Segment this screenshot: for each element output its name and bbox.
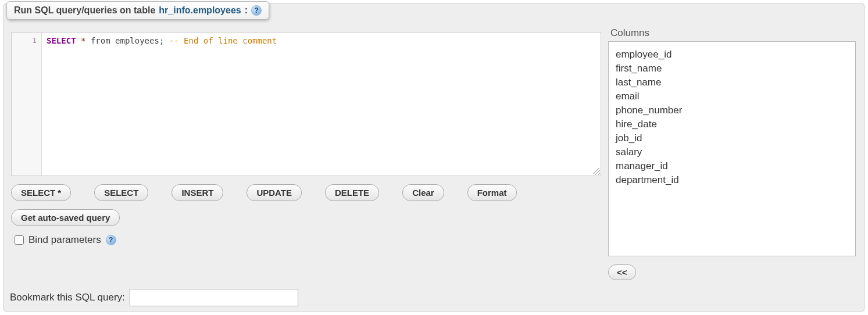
column-item[interactable]: department_id	[616, 173, 848, 187]
editor-body[interactable]: SELECT * from employees; -- End of line …	[42, 33, 601, 176]
resize-handle-icon[interactable]	[593, 168, 600, 175]
collapse-columns-button[interactable]: <<	[608, 264, 636, 280]
help-icon[interactable]: ?	[106, 235, 116, 245]
bind-parameters-checkbox[interactable]	[15, 235, 24, 245]
content: 1 SELECT * from employees; -- End of lin…	[4, 4, 864, 288]
help-icon[interactable]: ?	[251, 5, 262, 16]
update-button[interactable]: UPDATE	[247, 184, 302, 201]
column-item[interactable]: salary	[616, 145, 848, 159]
bind-parameters-row[interactable]: Bind parameters ?	[11, 234, 601, 246]
line-number: 1	[12, 36, 37, 45]
select-button[interactable]: SELECT	[94, 184, 148, 201]
column-item[interactable]: job_id	[616, 131, 848, 145]
panel-header: Run SQL query/queries on table hr_info.e…	[6, 1, 269, 20]
get-autosaved-button[interactable]: Get auto-saved query	[11, 209, 120, 226]
bookmark-label: Bookmark this SQL query:	[10, 292, 125, 303]
columns-pane: Columns employee_idfirst_namelast_nameem…	[608, 25, 864, 288]
insert-button[interactable]: INSERT	[172, 184, 223, 201]
header-table-ref[interactable]: hr_info.employees	[159, 5, 241, 16]
column-item[interactable]: hire_date	[616, 117, 848, 131]
token-keyword: SELECT	[47, 36, 76, 45]
autosave-row: Get auto-saved query	[11, 209, 601, 226]
column-item[interactable]: manager_id	[616, 159, 848, 173]
token-word: from	[91, 36, 110, 45]
sql-editor[interactable]: 1 SELECT * from employees; -- End of lin…	[11, 32, 601, 176]
clear-button[interactable]: Clear	[402, 184, 444, 201]
header-suffix: :	[245, 5, 248, 16]
left-pane: 1 SELECT * from employees; -- End of lin…	[4, 25, 608, 288]
select-star-button[interactable]: SELECT *	[11, 184, 71, 201]
column-item[interactable]: employee_id	[616, 48, 848, 62]
token-operator: *	[81, 36, 85, 45]
query-buttons-row: SELECT * SELECT INSERT UPDATE DELETE Cle…	[11, 184, 601, 201]
token-identifier: employees;	[115, 36, 164, 45]
column-item[interactable]: phone_number	[616, 103, 848, 117]
bind-parameters-label: Bind parameters	[28, 234, 101, 246]
column-item[interactable]: last_name	[616, 76, 848, 90]
bookmark-row: Bookmark this SQL query:	[10, 289, 298, 306]
editor-gutter: 1	[12, 33, 42, 176]
format-button[interactable]: Format	[467, 184, 517, 201]
column-item[interactable]: first_name	[616, 62, 848, 76]
columns-listbox[interactable]: employee_idfirst_namelast_nameemailphone…	[608, 41, 856, 256]
header-prefix: Run SQL query/queries on table	[14, 5, 155, 16]
token-comment: -- End of line comment	[169, 36, 277, 45]
column-item[interactable]: email	[616, 90, 848, 103]
sql-panel: Run SQL query/queries on table hr_info.e…	[3, 3, 865, 312]
delete-button[interactable]: DELETE	[325, 184, 379, 201]
columns-title: Columns	[608, 27, 856, 41]
bookmark-input[interactable]	[130, 289, 298, 306]
